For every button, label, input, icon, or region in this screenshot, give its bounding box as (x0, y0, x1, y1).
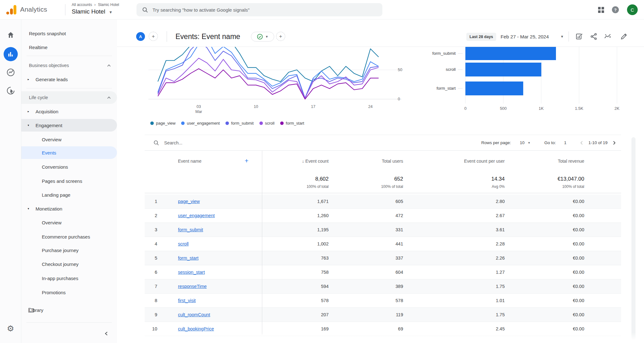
column-header-event-count[interactable]: ↓ Event count (262, 159, 329, 164)
table-rows: 1page_view1,6716052.80€0.002user_engagem… (145, 194, 621, 336)
event-link-first_visit[interactable]: first_visit (178, 298, 196, 303)
svg-text:1.5K: 1.5K (575, 106, 583, 111)
sidebar-item-overview[interactable]: Overview (42, 220, 62, 225)
header-divider (65, 4, 65, 15)
expand-triangle-icon[interactable]: ▸ (28, 78, 29, 81)
event-link-cult_bookingPrice[interactable]: cult_bookingPrice (178, 326, 214, 331)
event-link-cult_roomCount[interactable]: cult_roomCount (178, 312, 210, 317)
sidebar-item-business-objectives[interactable]: Business objectives (29, 63, 69, 68)
sidebar-item-reports-snapshot[interactable]: Reports snapshot (29, 31, 66, 36)
sidebar-item-life-cycle[interactable]: Life cycle (29, 95, 48, 100)
date-range-picker[interactable]: Feb 27 - Mar 25, 2024 (501, 34, 549, 40)
apps-grid-icon[interactable] (598, 7, 604, 13)
date-caret-icon[interactable]: ▼ (560, 35, 564, 38)
breadcrumb[interactable]: All accounts › Slamic Hotel (72, 3, 119, 7)
sidebar-item-landing-page[interactable]: Landing page (42, 192, 70, 198)
add-dimension-icon[interactable]: + (245, 157, 248, 164)
settings-gear-icon[interactable]: ⚙︎ (7, 324, 14, 334)
event-link-page_view[interactable]: page_view (178, 199, 200, 204)
explore-icon[interactable] (6, 68, 15, 78)
insights-icon[interactable] (604, 33, 612, 42)
sidebar-item-events[interactable]: Events (42, 150, 56, 155)
legend-item-scroll[interactable]: scroll (259, 121, 275, 126)
property-caret-icon: ▼ (109, 10, 113, 14)
table-row: 6session_start7586041.27€0.00 (145, 265, 621, 279)
table-search-input[interactable]: Search... (153, 140, 182, 146)
sidebar-item-realtime[interactable]: Realtime (29, 45, 47, 50)
per-user-cell: 2.28 (403, 241, 505, 246)
table-row: 3form_submit1,1953313.61€0.00 (145, 223, 621, 237)
add-comparison-button[interactable]: + (149, 32, 158, 41)
column-header-total-revenue[interactable]: Total revenue (505, 159, 584, 164)
column-header-event-count-per-user[interactable]: Event count per user (403, 159, 505, 164)
rows-per-page-select[interactable]: 10 (520, 140, 525, 145)
legend-dot-icon (259, 121, 263, 125)
prev-page-icon[interactable] (580, 141, 584, 145)
comparison-chip-a[interactable]: A (136, 32, 145, 41)
legend-item-form_submit[interactable]: form_submit (225, 121, 254, 126)
sidebar-item-monetization[interactable]: Monetization (36, 206, 62, 211)
table-scrollbar[interactable] (631, 137, 636, 340)
per-user-cell: 2.26 (403, 256, 505, 261)
date-preset-badge[interactable]: Last 28 days (466, 33, 496, 41)
svg-text:form_submit: form_submit (432, 51, 456, 56)
edit-pencil-icon[interactable] (620, 33, 628, 42)
sidebar-item-promotions[interactable]: Promotions (42, 290, 66, 295)
legend-item-form_start[interactable]: form_start (280, 121, 304, 126)
sidebar-item-ecommerce-purchases[interactable]: Ecommerce purchases (42, 234, 90, 239)
sidebar-item-library[interactable]: Library (29, 307, 43, 313)
legend-dot-icon (181, 121, 185, 125)
report-status-pill[interactable]: ▼ (251, 32, 274, 42)
search-input[interactable]: Try searching "how to activate Google si… (136, 3, 382, 16)
section-chevron-up-icon[interactable] (107, 63, 111, 68)
customize-report-icon[interactable] (575, 33, 583, 42)
per-user-cell: 1.75 (403, 284, 505, 289)
sidebar-item-generate-leads[interactable]: Generate leads (36, 77, 68, 82)
sidebar-item-engagement[interactable]: Engagement (36, 123, 62, 128)
sidebar-item-purchase-journey[interactable]: Purchase journey (42, 248, 79, 253)
share-icon[interactable] (590, 33, 597, 42)
breadcrumb-account[interactable]: Slamic Hotel (98, 3, 119, 7)
home-icon[interactable] (7, 31, 14, 40)
rows-per-page-caret-icon[interactable]: ▼ (528, 141, 530, 144)
collapse-sidebar-icon[interactable] (104, 331, 109, 337)
line-series-user_engagement (158, 47, 379, 98)
advertising-icon[interactable] (6, 86, 15, 96)
breadcrumb-all-accounts[interactable]: All accounts (72, 3, 92, 7)
revenue-cell: €0.00 (505, 199, 584, 204)
chart-legend: page_viewuser_engagementform_submitscrol… (150, 121, 304, 126)
legend-item-user_engagement[interactable]: user_engagement (181, 121, 220, 126)
column-header-total-users[interactable]: Total users (329, 159, 403, 164)
row-number: 4 (145, 241, 157, 246)
total-users-cell: 331 (329, 227, 403, 232)
total-users-cell: 578 (329, 298, 403, 303)
expand-triangle-icon[interactable]: ▸ (28, 110, 29, 113)
sidebar-item-overview[interactable]: Overview (42, 137, 62, 142)
collapse-triangle-icon[interactable]: ▾ (28, 207, 29, 210)
event-link-session_start[interactable]: session_start (178, 270, 205, 275)
legend-item-page_view[interactable]: page_view (150, 121, 175, 126)
section-chevron-up-icon[interactable] (107, 95, 111, 100)
avatar[interactable]: C (627, 4, 638, 15)
goto-page-input[interactable]: 1 (564, 140, 567, 145)
svg-text:50: 50 (398, 67, 402, 72)
collapse-triangle-icon[interactable]: ▾ (28, 124, 29, 127)
event-link-responseTime[interactable]: responseTime (178, 284, 207, 289)
event-link-user_engagement[interactable]: user_engagement (178, 213, 215, 218)
sidebar-item-acquisition[interactable]: Acquisition (36, 109, 58, 114)
row-number: 2 (145, 213, 157, 218)
sidebar-item-checkout-journey[interactable]: Checkout journey (42, 261, 79, 267)
analytics-logo-icon[interactable] (6, 4, 17, 15)
add-metric-button[interactable]: + (276, 32, 285, 41)
sidebar-item-conversions[interactable]: Conversions (42, 164, 68, 170)
property-selector[interactable]: Slamic Hotel ▼ (72, 8, 113, 15)
reports-icon[interactable] (3, 47, 18, 61)
sidebar-item-in-app-purchases[interactable]: In-app purchases (42, 276, 78, 281)
event-count-cell: 1,671 (262, 199, 329, 204)
next-page-icon[interactable] (612, 141, 616, 145)
event-link-form_submit[interactable]: form_submit (178, 227, 203, 232)
event-link-form_start[interactable]: form_start (178, 256, 198, 261)
help-icon[interactable]: ? (612, 6, 619, 13)
event-link-scroll[interactable]: scroll (178, 241, 189, 246)
sidebar-item-pages-and-screens[interactable]: Pages and screens (42, 178, 82, 184)
